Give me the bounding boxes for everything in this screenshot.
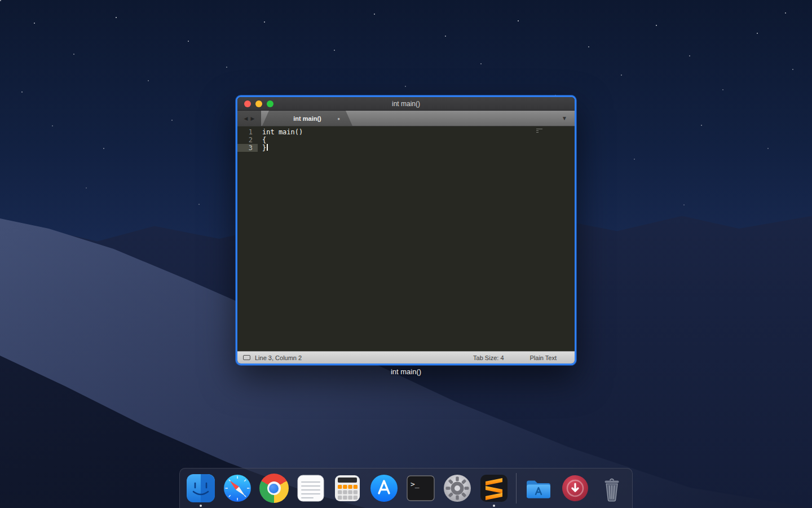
dock-item-sublime-text[interactable]: [479, 474, 509, 503]
tab-size-status[interactable]: Tab Size: 4: [473, 354, 504, 361]
system-preferences-icon: [443, 474, 472, 503]
textedit-icon: [296, 474, 325, 503]
panel-toggle-icon[interactable]: [243, 355, 250, 360]
line-number: 2: [237, 136, 258, 144]
status-bar: Line 3, Column 2 Tab Size: 4 Plain Text: [237, 351, 575, 364]
code-line: 1 int main(): [237, 128, 575, 136]
finder-icon: [186, 474, 215, 503]
dock-item-system-preferences[interactable]: [443, 474, 472, 503]
forward-icon[interactable]: ▶: [251, 116, 255, 121]
running-indicator: [493, 505, 495, 507]
tab-bar: ◀ ▶ int main() ● ▼: [237, 111, 575, 126]
app-store-icon: [369, 474, 399, 503]
title-bar[interactable]: int main(): [237, 97, 575, 111]
code-text: }: [258, 144, 266, 152]
modified-dot-icon: ●: [337, 116, 340, 121]
dock-divider: [516, 473, 517, 503]
running-indicator: [200, 505, 202, 507]
close-button[interactable]: [244, 100, 251, 107]
calculator-icon: [333, 474, 362, 503]
zoom-button[interactable]: [267, 100, 273, 107]
dock-item-finder[interactable]: [186, 474, 215, 503]
dock-item-downloads[interactable]: [561, 474, 590, 503]
tab-overflow-icon[interactable]: ▼: [562, 115, 575, 121]
applications-folder-icon: [524, 474, 553, 503]
text-caret: [267, 144, 268, 151]
stars-decoration: [0, 0, 1, 1]
terminal-icon: >_: [406, 474, 435, 503]
safari-icon: [223, 474, 252, 503]
traffic-lights: [244, 97, 273, 110]
code-line: 2 {: [237, 136, 575, 144]
dock-item-textedit[interactable]: [296, 474, 325, 503]
dock-item-calculator[interactable]: [333, 474, 362, 503]
desktop: int main() ◀ ▶ int main() ● ▼ 1 int main…: [0, 0, 812, 508]
line-number: 1: [237, 128, 258, 136]
minimize-button[interactable]: [255, 100, 262, 107]
chrome-icon: [259, 474, 289, 503]
dock-item-trash[interactable]: [597, 474, 626, 503]
trash-icon: [597, 474, 626, 503]
dock-item-chrome[interactable]: [259, 474, 289, 503]
dock-item-safari[interactable]: [223, 474, 252, 503]
sublime-text-window[interactable]: int main() ◀ ▶ int main() ● ▼ 1 int main…: [236, 95, 576, 365]
window-title: int main(): [237, 100, 575, 108]
syntax-status[interactable]: Plain Text: [530, 354, 557, 361]
cursor-position-status: Line 3, Column 2: [255, 354, 302, 361]
expose-window-label: int main(): [236, 367, 576, 376]
code-line-active: 3 }: [237, 144, 575, 152]
downloads-icon: [561, 474, 590, 503]
tab-int-main[interactable]: int main() ●: [262, 111, 352, 126]
tab-label: int main(): [293, 115, 321, 122]
tab-history-nav: ◀ ▶: [237, 111, 261, 126]
minimap[interactable]: [536, 129, 543, 134]
sublime-text-icon: [479, 474, 509, 503]
dock-item-app-store[interactable]: [369, 474, 399, 503]
code-text: int main(): [258, 128, 303, 136]
code-text: {: [258, 136, 266, 144]
back-icon[interactable]: ◀: [244, 116, 248, 121]
line-number: 3: [237, 144, 258, 152]
code-editor[interactable]: 1 int main() 2 { 3 }: [237, 126, 575, 351]
dock-item-applications-folder[interactable]: [524, 474, 553, 503]
dock-item-terminal[interactable]: >_: [406, 474, 435, 503]
dock: >_: [179, 468, 633, 508]
terminal-glyph: >_: [411, 480, 420, 488]
